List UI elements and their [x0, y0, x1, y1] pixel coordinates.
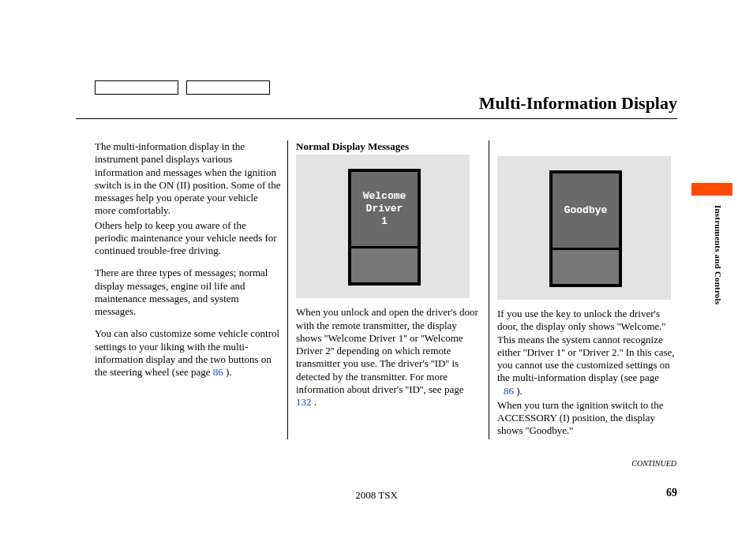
col3-paragraph-1: If you use the key to unlock the driver'… [497, 308, 682, 398]
placeholder-box-2 [186, 80, 270, 95]
display-upper: Goodbye [553, 174, 619, 248]
normal-display-subhead: Normal Display Messages [296, 140, 481, 153]
col3-paragraph-2: When you turn the ignition switch to the… [497, 399, 682, 438]
intro-paragraph-3a: You can also customize some vehicle cont… [95, 327, 279, 378]
page-title: Multi-Information Display [479, 93, 677, 114]
column-3: Goodbye If you use the key to unlock the… [489, 140, 682, 439]
display-panel: Welcome Driver 1 [348, 169, 421, 286]
display-panel: Goodbye [549, 170, 622, 287]
display-text-line2: Driver [366, 203, 403, 215]
page-link-132[interactable]: 132 [296, 396, 312, 408]
col3-p1b: ). [516, 385, 523, 397]
intro-paragraph-3b: ). [226, 366, 232, 378]
col2-p1a: When you unlock and open the driver's do… [296, 306, 478, 395]
page-link-86b[interactable]: 86 [504, 385, 514, 397]
column-1: The multi-information display in the ins… [95, 140, 287, 439]
section-tab-marker [691, 183, 732, 196]
col2-paragraph: When you unlock and open the driver's do… [296, 306, 481, 409]
intro-paragraph-3: You can also customize some vehicle cont… [95, 327, 281, 379]
footer-model: 2008 TSX [0, 489, 753, 502]
display-lower [351, 246, 418, 282]
col2-p1b: . [314, 396, 317, 408]
placeholder-box-1 [95, 80, 178, 95]
col3-p1a: If you use the key to unlock the driver'… [497, 308, 675, 383]
display-text-line3: 1 [381, 215, 388, 228]
intro-paragraph-2: There are three types of messages; norma… [95, 267, 281, 318]
header-placeholder-boxes [95, 80, 270, 95]
display-text-line1: Welcome [363, 190, 406, 203]
column-2: Normal Display Messages Welcome Driver 1… [287, 140, 489, 439]
display-mock-goodbye: Goodbye [497, 156, 671, 300]
section-label: Instruments and Controls [714, 205, 723, 331]
display-lower [553, 248, 619, 284]
page-number: 69 [666, 487, 677, 499]
display-text-line1: Goodbye [564, 204, 608, 217]
page-link-86[interactable]: 86 [213, 366, 223, 378]
intro-paragraph-1: The multi-information display in the ins… [95, 140, 281, 218]
display-upper: Welcome Driver 1 [351, 172, 418, 246]
display-mock-welcome: Welcome Driver 1 [296, 155, 470, 298]
header-rule [76, 118, 677, 119]
intro-paragraph-1b: Others help to keep you aware of the per… [95, 219, 281, 258]
continued-label: CONTINUED [631, 459, 676, 468]
